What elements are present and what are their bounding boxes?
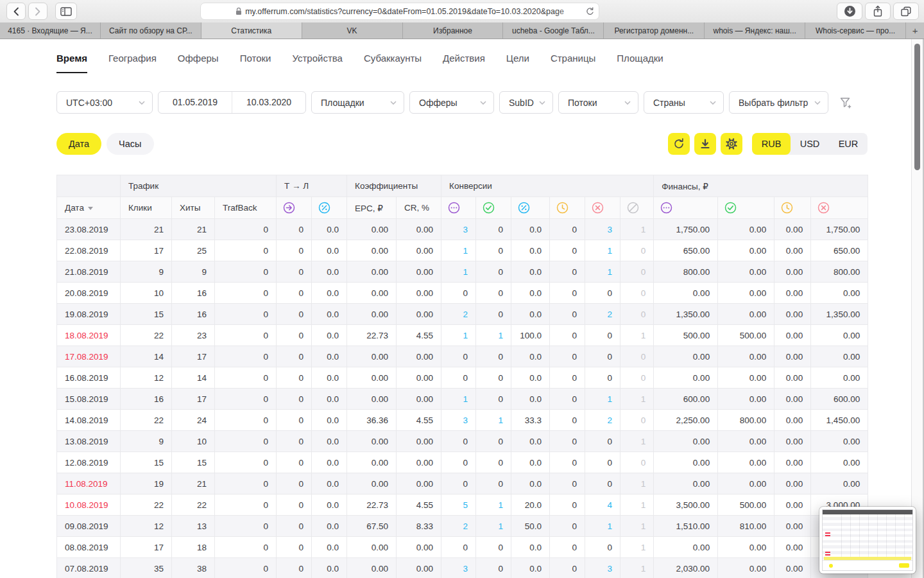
add-filter-button[interactable]	[839, 96, 853, 110]
value-cell-conv_rejected[interactable]: 1	[585, 261, 620, 283]
filter-select-label: SubID	[509, 98, 534, 108]
screenshot-preview-thumbnail[interactable]	[819, 507, 916, 574]
currency-USD[interactable]: USD	[791, 133, 829, 155]
column-header-conv_approved	[476, 197, 511, 219]
value-cell-conv_total[interactable]: 1	[441, 240, 476, 261]
value-cell-tl_pct: 0.0	[312, 219, 347, 240]
stats-tab-Площадки[interactable]: Площадки	[617, 53, 663, 73]
browser-tab[interactable]: Whois-сервис — про...	[805, 22, 906, 39]
value-cell-trafback: 0	[215, 325, 277, 346]
value-cell-trafback: 0	[215, 431, 277, 452]
value-cell-conv_approved[interactable]: 1	[476, 325, 511, 346]
stats-tab-Действия[interactable]: Действия	[443, 53, 485, 73]
value-cell-conv_approved[interactable]: 1	[476, 495, 511, 516]
value-cell-conv_total: 0	[441, 283, 476, 304]
value-cell-conv_rejected[interactable]: 3	[585, 558, 620, 578]
refresh-button[interactable]	[668, 133, 690, 155]
filter-select[interactable]: Площадки	[311, 91, 404, 114]
value-cell-conv_total[interactable]: 1	[441, 389, 476, 410]
value-cell-conv_rejected[interactable]: 3	[585, 219, 620, 240]
browser-tab[interactable]: 4165 · Входящие — Я...	[0, 22, 101, 39]
granularity-Часы[interactable]: Часы	[107, 133, 153, 155]
back-button[interactable]	[6, 3, 26, 20]
table-row: 18.08.20192223000.022.734.5511100.000150…	[57, 325, 868, 346]
value-cell-conv_total[interactable]: 1	[441, 261, 476, 283]
reload-icon[interactable]	[585, 6, 595, 17]
browser-tab[interactable]: VK	[302, 22, 403, 39]
new-tab-button[interactable]: +	[906, 22, 924, 39]
browser-tab[interactable]: ucheba - Google Табл...	[503, 22, 604, 39]
filter-select[interactable]: Потоки	[558, 91, 638, 114]
sidebar-button[interactable]	[55, 3, 77, 20]
column-header-date[interactable]: Дата	[57, 197, 121, 219]
value-cell-tl_pct: 0.0	[312, 537, 347, 558]
column-header-conv_trash	[620, 197, 654, 219]
value-cell-conv_total[interactable]: 2	[441, 304, 476, 325]
stats-tab-Субаккаунты[interactable]: Субаккаунты	[364, 53, 422, 73]
filter-select[interactable]: Страны	[644, 91, 724, 114]
filter-select[interactable]: Офферы	[409, 91, 494, 114]
currency-EUR[interactable]: EUR	[829, 133, 868, 155]
scrollbar-thumb[interactable]	[914, 44, 920, 170]
downloads-button[interactable]	[837, 3, 862, 20]
value-cell-conv_pending: 0	[550, 367, 585, 389]
value-cell-fin_approved: 0.00	[718, 219, 774, 240]
browser-tab[interactable]: Сайт по обзору на СР...	[101, 22, 201, 39]
value-cell-conv_rejected: 0	[585, 325, 620, 346]
browser-tab[interactable]: Регистратор доменн...	[604, 22, 705, 39]
date-range-picker[interactable]: 01.05.2019 10.03.2020	[158, 91, 306, 114]
value-cell-conv_total[interactable]: 3	[441, 558, 476, 578]
value-cell-fin_total: 3,500.00	[654, 495, 718, 516]
currency-RUB[interactable]: RUB	[752, 133, 791, 155]
stats-tab-Цели[interactable]: Цели	[506, 53, 529, 73]
value-cell-clicks: 15	[121, 452, 172, 473]
value-cell-conv_approved[interactable]: 1	[476, 410, 511, 431]
value-cell-conv_rate: 0.0	[511, 261, 550, 283]
value-cell-tl_in: 0	[277, 367, 312, 389]
filter-select[interactable]: SubID	[499, 91, 553, 114]
value-cell-fin_approved: 0.00	[718, 431, 774, 452]
gear-button[interactable]	[721, 133, 742, 155]
table-row: 09.08.20191213000.067.508.332150.00111,5…	[57, 516, 868, 537]
granularity-Дата[interactable]: Дата	[56, 133, 101, 155]
timezone-select[interactable]: UTC+03:00	[56, 91, 153, 114]
value-cell-tl_in: 0	[277, 516, 312, 537]
stats-tab-Страницы[interactable]: Страницы	[551, 53, 595, 73]
value-cell-conv_total[interactable]: 1	[441, 325, 476, 346]
value-cell-conv_rejected: 0	[585, 346, 620, 367]
value-cell-conv_rejected[interactable]: 2	[585, 304, 620, 325]
stats-tab-Устройства[interactable]: Устройства	[292, 53, 342, 73]
value-cell-conv_approved[interactable]: 1	[476, 516, 511, 537]
date-to-input[interactable]: 10.03.2020	[232, 92, 305, 113]
forward-button[interactable]	[28, 3, 47, 20]
value-cell-conv_total[interactable]: 3	[441, 410, 476, 431]
url-bar[interactable]: my.offerrum.com/statistics?currency=0&da…	[200, 3, 599, 20]
value-cell-fin_total: 0.00	[654, 452, 718, 473]
filter-select[interactable]: Выбрать фильтр	[729, 91, 828, 114]
value-cell-conv_total[interactable]: 5	[441, 495, 476, 516]
date-from-input[interactable]: 01.05.2019	[158, 92, 232, 113]
scrollbar-track[interactable]	[911, 39, 923, 578]
stats-tab-Потоки[interactable]: Потоки	[240, 53, 271, 73]
value-cell-conv_rejected[interactable]: 1	[585, 516, 620, 537]
value-cell-conv_pending: 0	[550, 240, 585, 261]
stats-tab-География[interactable]: География	[108, 53, 157, 73]
value-cell-conv_rejected[interactable]: 2	[585, 410, 620, 431]
value-cell-conv_rejected[interactable]: 1	[585, 389, 620, 410]
table-row: 19.08.20191516000.00.000.00200.00201,350…	[57, 304, 868, 325]
value-cell-conv_rejected[interactable]: 4	[585, 495, 620, 516]
value-cell-conv_rejected[interactable]: 1	[585, 240, 620, 261]
value-cell-conv_total[interactable]: 3	[441, 219, 476, 240]
value-cell-conv_pending: 0	[550, 261, 585, 283]
column-header-clicks: Клики	[121, 197, 172, 219]
browser-tab[interactable]: Статистика	[201, 22, 302, 39]
stats-tab-Время[interactable]: Время	[56, 53, 87, 73]
value-cell-conv_total[interactable]: 2	[441, 516, 476, 537]
share-button[interactable]	[865, 3, 891, 20]
value-cell-fin_pending: 0.00	[774, 495, 811, 516]
browser-tab[interactable]: Избранное	[403, 22, 504, 39]
stats-tab-Офферы[interactable]: Офферы	[178, 53, 219, 73]
download-button[interactable]	[694, 133, 716, 155]
tab-overview-button[interactable]	[893, 3, 919, 20]
browser-tab[interactable]: whois — Яндекс: наш...	[705, 22, 805, 39]
